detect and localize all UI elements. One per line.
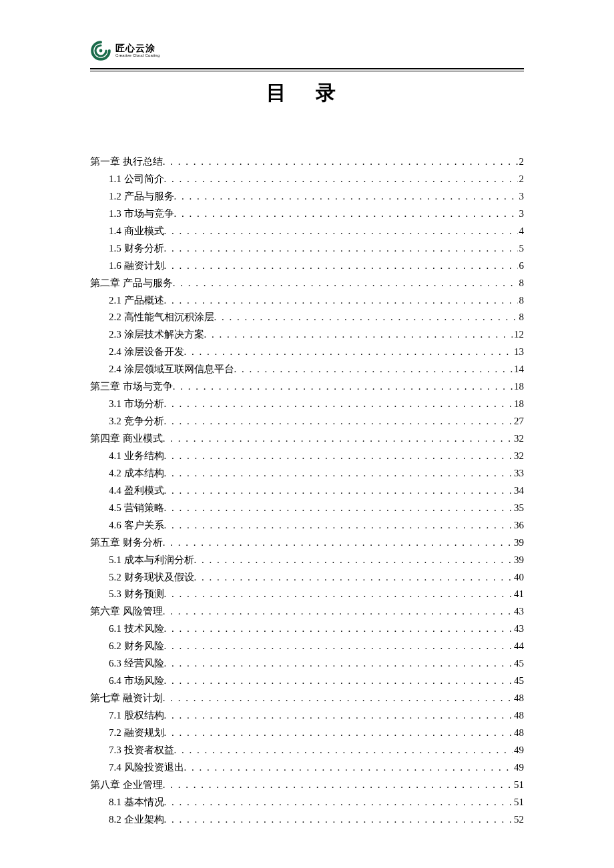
toc-row: 8.2 企业架构52 — [90, 811, 524, 829]
page-title: 目 录 — [90, 79, 524, 107]
toc-leader-dots — [163, 153, 518, 171]
toc-row: 4.1 业务结构32 — [90, 448, 524, 465]
toc-label: 第四章 商业模式 — [90, 430, 163, 448]
toc-leader-dots — [204, 326, 513, 344]
toc-row: 5.2 财务现状及假设 40 — [90, 569, 524, 586]
document-page: 匠心云涂 Creative Cloud Coating 目 录 第一章 执行总结… — [0, 0, 614, 868]
toc-page-number: 2 — [518, 171, 525, 188]
toc-leader-dots — [164, 586, 513, 603]
toc-row: 7.3 投资者权益 49 — [90, 742, 524, 759]
toc-page-number: 18 — [513, 378, 524, 396]
toc-page-number: 40 — [513, 569, 524, 586]
toc-page-number: 8 — [518, 275, 525, 292]
toc-page-number: 12 — [513, 326, 524, 344]
header-divider — [90, 68, 524, 71]
toc-row: 2.3 涂层技术解决方案12 — [90, 326, 524, 344]
toc-row: 1.2 产品与服务 3 — [90, 188, 524, 205]
toc-leader-dots — [164, 655, 513, 673]
toc-leader-dots — [173, 275, 518, 292]
toc-label: 1.5 财务分析 — [109, 240, 164, 258]
toc-leader-dots — [164, 292, 518, 310]
toc-page-number: 43 — [513, 620, 524, 638]
toc-label: 第一章 执行总结 — [90, 153, 163, 171]
toc-label: 4.5 营销策略 — [109, 500, 164, 517]
toc-leader-dots — [184, 344, 513, 361]
toc-leader-dots — [194, 569, 513, 586]
toc-label: 1.3 市场与竞争 — [109, 205, 174, 223]
table-of-contents: 第一章 执行总结 21.1 公司简介21.2 产品与服务 31.3 市场与竞争 … — [90, 153, 524, 829]
toc-leader-dots — [164, 258, 518, 275]
toc-page-number: 8 — [518, 292, 525, 310]
toc-page-number: 43 — [513, 603, 524, 620]
toc-leader-dots — [164, 725, 513, 742]
toc-row: 5.1 成本与利润分析 39 — [90, 552, 524, 569]
toc-page-number: 3 — [518, 205, 525, 223]
toc-page-number: 4 — [518, 223, 525, 240]
toc-row: 2.4 涂层领域互联网信息平台 14 — [90, 361, 524, 378]
toc-leader-dots — [164, 448, 513, 465]
toc-label: 1.4 商业模式 — [109, 223, 164, 240]
toc-label: 7.1 股权结构 — [109, 707, 164, 725]
toc-leader-dots — [164, 465, 513, 482]
toc-page-number: 45 — [513, 673, 524, 690]
toc-page-number: 34 — [513, 482, 524, 500]
toc-row: 第七章 融资计划 48 — [90, 690, 524, 707]
toc-row: 5.3 财务预测41 — [90, 586, 524, 603]
toc-page-number: 45 — [513, 655, 524, 673]
toc-label: 1.6 融资计划 — [109, 258, 164, 275]
toc-page-number: 2 — [518, 153, 525, 171]
toc-row: 2.1 产品概述8 — [90, 292, 524, 310]
toc-leader-dots — [174, 742, 513, 759]
toc-label: 3.1 市场分析 — [109, 396, 164, 413]
toc-leader-dots — [194, 552, 513, 569]
toc-row: 1.1 公司简介2 — [90, 171, 524, 188]
toc-leader-dots — [163, 534, 513, 552]
toc-label: 3.2 竞争分析 — [109, 413, 164, 430]
toc-label: 7.3 投资者权益 — [109, 742, 174, 759]
toc-leader-dots — [163, 430, 513, 448]
toc-leader-dots — [164, 171, 518, 188]
toc-label: 5.2 财务现状及假设 — [109, 569, 194, 586]
toc-label: 2.2 高性能气相沉积涂层 — [109, 309, 214, 326]
toc-label: 1.2 产品与服务 — [109, 188, 174, 205]
toc-leader-dots — [164, 413, 513, 430]
toc-label: 第八章 企业管理 — [90, 777, 163, 794]
toc-leader-dots — [184, 759, 513, 777]
toc-page-number: 14 — [513, 361, 524, 378]
toc-row: 2.4 涂层设备开发13 — [90, 344, 524, 361]
toc-row: 4.2 成本结构33 — [90, 465, 524, 482]
toc-row: 8.1 基本情况51 — [90, 794, 524, 811]
svg-point-0 — [99, 49, 103, 53]
toc-label: 8.1 基本情况 — [109, 794, 164, 811]
toc-row: 1.6 融资计划6 — [90, 258, 524, 275]
toc-row: 7.2 融资规划48 — [90, 725, 524, 742]
toc-label: 2.1 产品概述 — [109, 292, 164, 310]
toc-page-number: 32 — [513, 430, 524, 448]
toc-label: 2.4 涂层领域互联网信息平台 — [109, 361, 234, 378]
toc-page-number: 27 — [513, 413, 524, 430]
toc-page-number: 49 — [513, 759, 524, 777]
toc-label: 6.3 经营风险 — [109, 655, 164, 673]
toc-label: 7.4 风险投资退出 — [109, 759, 184, 777]
toc-leader-dots — [164, 517, 513, 534]
toc-leader-dots — [164, 707, 513, 725]
toc-label: 2.3 涂层技术解决方案 — [109, 326, 204, 344]
logo-chinese: 匠心云涂 — [115, 44, 160, 53]
toc-leader-dots — [234, 361, 513, 378]
toc-label: 1.1 公司简介 — [109, 171, 164, 188]
toc-page-number: 52 — [513, 811, 524, 829]
toc-page-number: 51 — [513, 794, 524, 811]
toc-row: 第八章 企业管理 51 — [90, 777, 524, 794]
toc-leader-dots — [214, 309, 518, 326]
toc-page-number: 39 — [513, 534, 524, 552]
logo-english: Creative Cloud Coating — [115, 53, 160, 57]
toc-leader-dots — [174, 188, 518, 205]
toc-row: 第四章 商业模式 32 — [90, 430, 524, 448]
toc-row: 6.4 市场风险 45 — [90, 673, 524, 690]
toc-leader-dots — [163, 603, 513, 620]
toc-label: 7.2 融资规划 — [109, 725, 164, 742]
toc-page-number: 13 — [513, 344, 524, 361]
toc-row: 7.1 股权结构48 — [90, 707, 524, 725]
toc-label: 6.2 财务风险 — [109, 638, 164, 655]
toc-label: 第三章 市场与竞争 — [90, 378, 173, 396]
